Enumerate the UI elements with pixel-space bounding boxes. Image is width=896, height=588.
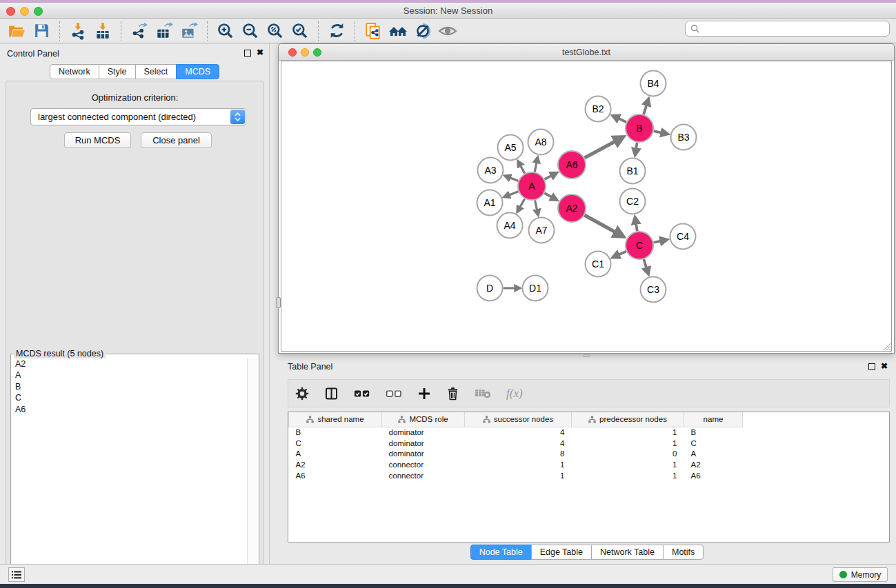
table-cell[interactable]: A2 <box>289 459 382 470</box>
float-panel-icon[interactable] <box>244 50 251 57</box>
tab-select[interactable]: Select <box>135 64 177 79</box>
graph-edge-B-B4[interactable] <box>644 105 646 114</box>
graph-edge-C-C1[interactable] <box>619 252 626 255</box>
graph-node-A1[interactable]: A1 <box>477 190 503 216</box>
graph-node-C4[interactable]: C4 <box>670 224 696 250</box>
table-cell[interactable]: 1 <box>572 427 684 438</box>
add-row-icon[interactable] <box>417 387 431 401</box>
select-all-icon[interactable] <box>354 388 370 399</box>
home-icon[interactable] <box>386 20 410 42</box>
table-cell[interactable]: C <box>684 438 743 449</box>
tab-network[interactable]: Network <box>50 64 99 79</box>
mcds-result-item[interactable]: A6 <box>12 404 246 415</box>
table-cell[interactable]: 1 <box>572 459 684 470</box>
graph-edge-B-B1[interactable] <box>636 143 637 149</box>
split-columns-icon[interactable] <box>324 387 339 401</box>
tab-edge-table[interactable]: Edge Table <box>531 545 592 560</box>
run-mcds-button[interactable]: Run MCDS <box>64 132 131 148</box>
col-successor-nodes[interactable]: successor nodes <box>465 412 572 427</box>
table-cell[interactable]: dominator <box>382 438 465 449</box>
graph-node-D[interactable]: D <box>477 276 503 301</box>
criterion-dropdown[interactable]: largest connected component (directed) <box>30 108 246 125</box>
col-shared-name[interactable]: shared name <box>289 412 382 427</box>
zoom-out-icon[interactable] <box>238 20 263 42</box>
tab-motifs[interactable]: Motifs <box>663 545 704 560</box>
close-table-panel-icon[interactable]: ✖ <box>881 361 888 371</box>
graph-edge-A-A8[interactable] <box>535 163 537 172</box>
open-file-icon[interactable] <box>4 20 29 42</box>
float-table-panel-icon[interactable] <box>868 363 875 370</box>
table-cell[interactable]: dominator <box>382 448 465 459</box>
close-panel-button[interactable]: Close panel <box>141 132 212 148</box>
col-predecessor-nodes[interactable]: predecessor nodes <box>572 412 684 427</box>
copy-network-icon[interactable] <box>361 20 386 42</box>
table-cell[interactable]: A6 <box>289 470 382 481</box>
panel-divider-handle[interactable] <box>276 297 281 308</box>
graph-node-B3[interactable]: B3 <box>671 125 697 150</box>
export-network-icon[interactable] <box>127 20 152 42</box>
table-cell[interactable]: 4 <box>465 427 572 438</box>
table-cell[interactable]: B <box>289 427 382 438</box>
network-window-titlebar[interactable]: testGlobe.txt <box>279 44 894 61</box>
tab-node-table[interactable]: Node Table <box>470 545 532 560</box>
table-row[interactable]: Bdominator41B <box>289 427 890 438</box>
graph-edge-A2-C[interactable] <box>584 215 615 232</box>
graph-edge-A-A7[interactable] <box>535 201 537 210</box>
mcds-list-scrollbar[interactable] <box>247 358 257 585</box>
tab-network-table[interactable]: Network Table <box>591 545 664 560</box>
window-resize-grip[interactable] <box>882 342 890 350</box>
graph-edge-B-B2[interactable] <box>619 119 626 122</box>
zoom-in-icon[interactable] <box>213 20 238 42</box>
table-cell[interactable]: 1 <box>465 459 572 470</box>
graph-node-D1[interactable]: D1 <box>523 276 548 301</box>
graph-node-C3[interactable]: C3 <box>641 277 666 303</box>
graph-edge-C-C4[interactable] <box>654 241 661 243</box>
table-cell[interactable]: 8 <box>465 448 572 459</box>
table-cell[interactable]: C <box>289 438 382 449</box>
task-history-button[interactable] <box>8 567 25 582</box>
graph-node-B[interactable]: B <box>626 114 653 142</box>
table-cell[interactable]: 0 <box>572 448 684 459</box>
table-row[interactable]: A6connector11A6 <box>289 470 890 481</box>
table-cell[interactable]: A <box>289 448 382 459</box>
hide-details-icon[interactable] <box>410 20 435 42</box>
graph-node-C2[interactable]: C2 <box>620 189 646 214</box>
mcds-result-item[interactable]: B <box>12 381 246 392</box>
graph-edge-A-A2[interactable] <box>544 193 551 197</box>
zoom-selected-icon[interactable] <box>288 20 312 42</box>
graph-node-A[interactable]: A <box>518 172 546 200</box>
close-panel-icon[interactable]: ✖ <box>257 48 263 57</box>
table-cell[interactable]: connector <box>382 470 465 481</box>
table-row[interactable]: A2connector11A2 <box>289 459 890 470</box>
table-cell[interactable]: 1 <box>572 470 684 481</box>
import-table-icon[interactable] <box>90 20 115 42</box>
table-cell[interactable]: 1 <box>465 470 572 481</box>
show-details-eye-icon[interactable] <box>435 20 460 42</box>
mcds-result-item[interactable]: A2 <box>12 358 246 369</box>
graph-node-A2[interactable]: A2 <box>558 194 586 222</box>
col-mcds-role[interactable]: MCDS role <box>382 412 465 427</box>
graph-node-A4[interactable]: A4 <box>497 213 523 239</box>
tab-style[interactable]: Style <box>99 64 136 79</box>
graph-node-B2[interactable]: B2 <box>586 97 611 122</box>
table-cell[interactable]: connector <box>382 459 465 470</box>
graph-node-C1[interactable]: C1 <box>586 252 611 277</box>
graph-node-A6[interactable]: A6 <box>558 151 586 179</box>
graph-node-A3[interactable]: A3 <box>478 158 504 183</box>
delete-table-icon[interactable] <box>475 387 491 399</box>
table-cell[interactable]: A6 <box>684 470 743 481</box>
deselect-all-icon[interactable] <box>386 388 402 399</box>
table-cell[interactable]: 1 <box>572 438 684 449</box>
graph-edge-A-A6[interactable] <box>545 176 552 179</box>
table-cell[interactable]: dominator <box>382 427 465 438</box>
graph-edge-A-A1[interactable] <box>509 192 518 195</box>
table-cell[interactable]: B <box>684 427 743 438</box>
graph-node-C[interactable]: C <box>626 232 653 259</box>
mcds-result-item[interactable]: A <box>12 369 246 381</box>
graph-edge-C-C2[interactable] <box>636 223 637 231</box>
delete-row-icon[interactable] <box>446 387 459 401</box>
settings-gear-icon[interactable] <box>295 387 309 401</box>
graph-node-A7[interactable]: A7 <box>529 218 555 243</box>
graph-edge-A-A5[interactable] <box>521 166 525 174</box>
graph-edge-A6-B[interactable] <box>584 141 615 158</box>
